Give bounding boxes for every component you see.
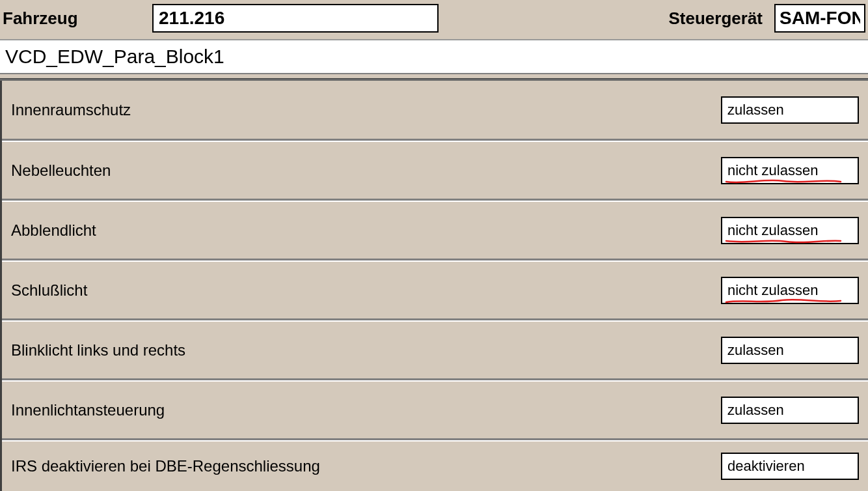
param-row: Innenraumschutz (2, 81, 868, 141)
param-value-field[interactable] (721, 217, 859, 244)
header-row: Fahrzeug Steuergerät (0, 0, 868, 39)
param-value-field[interactable] (721, 453, 859, 480)
param-value-input[interactable] (727, 342, 852, 359)
param-label: Innenlichtansteuerung (11, 401, 721, 419)
fahrzeug-label: Fahrzeug (3, 8, 146, 29)
param-value-input[interactable] (727, 402, 852, 419)
param-value-input[interactable] (727, 458, 852, 475)
param-value-field[interactable] (721, 96, 859, 124)
param-label: Schlußlicht (11, 281, 721, 300)
param-label: Blinklicht links und rechts (11, 341, 721, 359)
steuergeraet-input[interactable] (774, 4, 865, 33)
param-label: IRS deaktivieren bei DBE-Regenschliessun… (11, 457, 721, 475)
param-value-input[interactable] (727, 222, 852, 239)
param-value-input[interactable] (727, 282, 852, 299)
fahrzeug-input[interactable] (152, 4, 439, 33)
param-value-field[interactable] (721, 157, 859, 184)
param-row: Blinklicht links und rechts (2, 320, 868, 380)
param-value-field[interactable] (721, 337, 859, 364)
param-label: Innenraumschutz (11, 101, 721, 119)
param-value-input[interactable] (727, 102, 852, 119)
param-value-field[interactable] (721, 277, 859, 304)
param-label: Abblendlicht (11, 221, 721, 240)
steuergeraet-label: Steuergerät (669, 8, 763, 29)
param-row: Abblendlicht (2, 201, 868, 260)
param-row: IRS deaktivieren bei DBE-Regenschliessun… (2, 440, 868, 491)
block-title: VCD_EDW_Para_Block1 (0, 39, 868, 74)
param-row: Innenlichtansteuerung (2, 380, 868, 440)
param-value-field[interactable] (721, 397, 859, 424)
param-row: Schlußlicht (2, 260, 868, 320)
param-label: Nebelleuchten (11, 161, 721, 180)
parameter-list: Innenraumschutz Nebelleuchten Abblendlic… (0, 81, 868, 491)
param-row: Nebelleuchten (2, 141, 868, 201)
param-value-input[interactable] (727, 162, 852, 179)
